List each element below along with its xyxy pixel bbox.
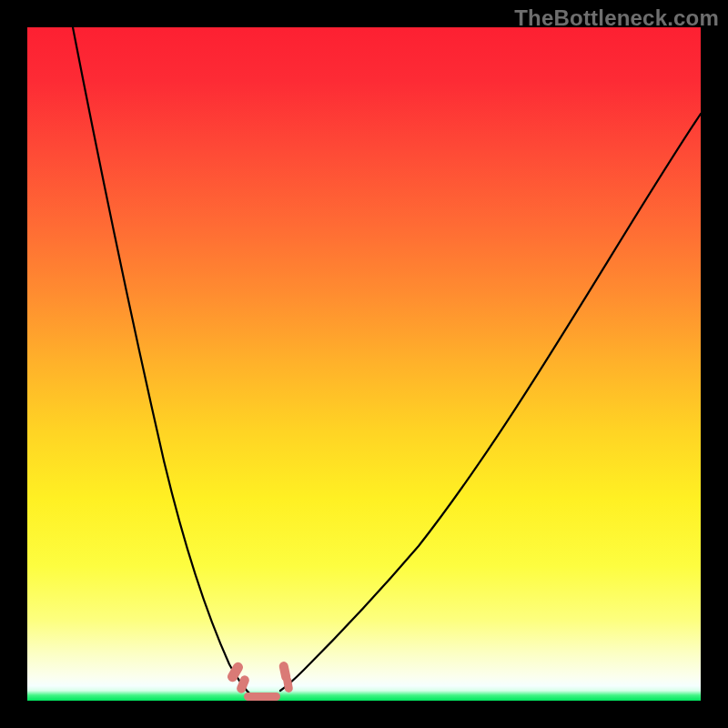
curve-left-branch — [73, 27, 252, 696]
curve-right-branch — [280, 114, 701, 691]
watermark-text: TheBottleneck.com — [514, 5, 719, 31]
bottleneck-curves — [27, 27, 701, 701]
plot-area — [27, 27, 701, 701]
chart-outer: TheBottleneck.com — [0, 0, 728, 728]
marker-bottom — [244, 693, 280, 701]
